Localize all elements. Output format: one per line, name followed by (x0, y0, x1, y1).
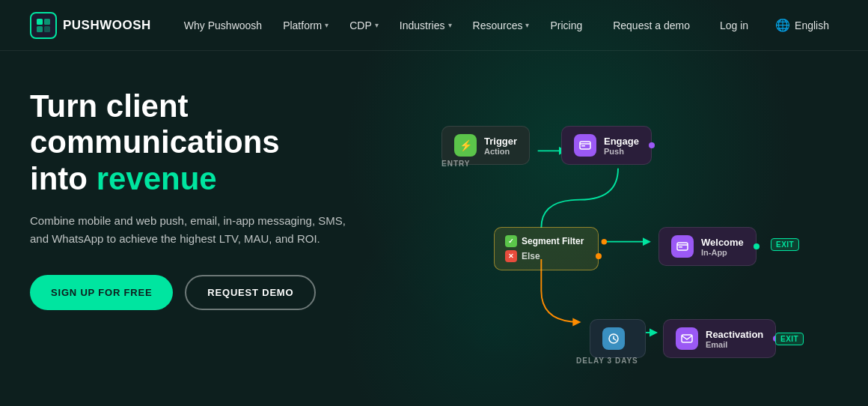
svg-rect-8 (581, 145, 585, 147)
nav-item-cdp[interactable]: CDP ▾ (340, 13, 388, 37)
engage-node: Engage Push (561, 126, 652, 165)
request-demo-link[interactable]: Request a demo (601, 13, 702, 37)
segment-else-dot (596, 253, 602, 259)
signup-button[interactable]: SIGN UP FOR FREE (30, 275, 173, 310)
globe-icon: 🌐 (775, 18, 790, 32)
nav-links: Why Pushwoosh Platform ▾ CDP ▾ Industrie… (175, 13, 601, 37)
hero-buttons: SIGN UP FOR FREE REQUEST DEMO (30, 275, 404, 310)
trigger-label: Trigger Action (484, 136, 517, 156)
nav-item-resources[interactable]: Resources ▾ (464, 13, 539, 37)
chevron-down-icon: ▾ (525, 21, 529, 29)
demo-button[interactable]: REQUEST DEMO (185, 275, 316, 310)
logo[interactable]: PUSHWOOSH (30, 12, 151, 39)
delay-node (590, 319, 646, 358)
reactivation-icon (676, 327, 698, 350)
welcome-label: Welcome In-App (701, 237, 744, 257)
chevron-down-icon: ▾ (325, 21, 328, 29)
entry-label: ENTRY (441, 160, 471, 168)
chevron-down-icon: ▾ (448, 21, 452, 29)
hero-left: Turn client communications into revenue … (30, 81, 404, 310)
hero-description: Combine mobile and web push, email, in-a… (30, 212, 359, 248)
svg-line-14 (614, 339, 616, 340)
welcome-icon (671, 235, 694, 258)
language-selector[interactable]: 🌐 English (766, 12, 838, 38)
exit-badge-1: EXIT (771, 238, 799, 251)
svg-rect-6 (580, 142, 590, 149)
segment-check-icon: ✓ (505, 235, 517, 247)
delay-label: DELAY 3 DAYS (576, 357, 638, 365)
navbar: PUSHWOOSH Why Pushwoosh Platform ▾ CDP ▾… (0, 0, 868, 51)
svg-rect-15 (682, 335, 692, 342)
welcome-node: Welcome In-App (658, 227, 757, 266)
node-connector-dot (649, 142, 655, 148)
revenue-text: revenue (97, 161, 217, 196)
nav-item-why[interactable]: Why Pushwoosh (175, 13, 271, 37)
svg-rect-11 (679, 246, 682, 248)
delay-icon (602, 327, 625, 350)
reactivation-node: Reactivation Email (663, 319, 776, 358)
svg-rect-0 (37, 19, 43, 25)
logo-icon (30, 12, 57, 39)
segment-node: ✓ Segment Filter ✕ Else (494, 227, 599, 270)
segment-x-icon: ✕ (505, 250, 517, 262)
chevron-down-icon: ▾ (375, 21, 379, 29)
engage-label: Engage Push (604, 136, 639, 156)
svg-point-5 (602, 239, 607, 244)
login-link[interactable]: Log in (708, 13, 760, 37)
svg-rect-1 (44, 19, 50, 25)
svg-rect-2 (37, 26, 43, 32)
nav-right: Request a demo Log in 🌐 English (601, 12, 838, 38)
reactivation-label: Reactivation Email (706, 329, 763, 349)
svg-rect-3 (44, 26, 50, 32)
trigger-icon: ⚡ (454, 134, 477, 157)
nav-item-platform[interactable]: Platform ▾ (274, 13, 337, 37)
segment-filter-row: ✓ Segment Filter (505, 235, 584, 247)
svg-rect-9 (677, 243, 688, 250)
nav-item-pricing[interactable]: Pricing (541, 13, 591, 37)
exit-badge-2: EXIT (775, 333, 804, 345)
flow-diagram: ⚡ Trigger Action ENTRY Engage Push (419, 81, 838, 396)
engage-icon (574, 134, 596, 157)
nav-item-industries[interactable]: Industries ▾ (391, 13, 461, 37)
welcome-connector-dot (754, 243, 760, 249)
segment-else-row: ✕ Else (505, 250, 540, 262)
logo-text: PUSHWOOSH (63, 18, 151, 33)
hero-title: Turn client communications into revenue (30, 88, 404, 197)
hero-section: Turn client communications into revenue … (0, 51, 868, 396)
